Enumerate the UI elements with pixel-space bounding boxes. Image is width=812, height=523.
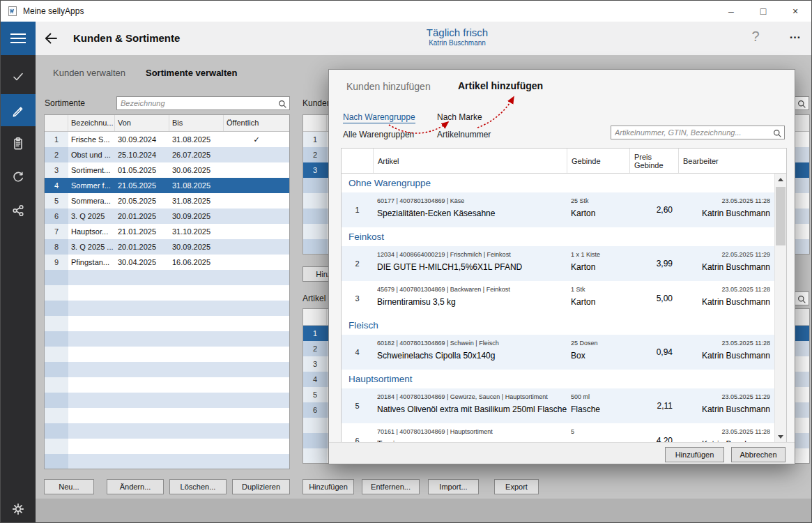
article-row[interactable]: 460182 | 4007801304869 | Schwein | Fleis… bbox=[342, 335, 774, 370]
sortimente-table-header: Bezeichnu... Von Bis Öffentlich bbox=[45, 115, 289, 132]
empty-row[interactable] bbox=[45, 454, 289, 469]
cell-bis bbox=[169, 377, 224, 393]
back-button[interactable] bbox=[43, 30, 61, 48]
cell-bezeichnung bbox=[68, 393, 115, 408]
article-row[interactable]: 212034 | 4008664000219 | Frischmilch | F… bbox=[342, 246, 774, 281]
col-bearbeiter[interactable]: Bearbeiter bbox=[678, 149, 776, 173]
cell-bezeichnung: Hauptsor... bbox=[68, 224, 115, 239]
sortimente-row[interactable]: 5Sommera...20.05.202531.08.2025 bbox=[45, 193, 289, 209]
dialog-table-scrollbar[interactable] bbox=[774, 174, 786, 443]
nav-share-item[interactable] bbox=[1, 195, 36, 227]
empty-row[interactable] bbox=[45, 270, 289, 285]
cell-oeffentlich bbox=[224, 331, 289, 347]
menu-button[interactable] bbox=[1, 22, 36, 55]
article-row[interactable]: 520184 | 4007801304869 | Gewürze, Saucen… bbox=[342, 388, 774, 423]
scrollbar-thumb[interactable] bbox=[776, 187, 786, 245]
sortimente-row[interactable]: 7Hauptsor...21.01.202531.10.2025 bbox=[45, 224, 289, 239]
article-name: Spezialitäten-Ecken Käsesahne bbox=[377, 209, 567, 218]
dialog-tab-artikel-hinzufuegen[interactable]: Artikel hinzufügen bbox=[458, 80, 543, 91]
aendern-button[interactable]: Ändern... bbox=[107, 479, 164, 494]
empty-row[interactable] bbox=[45, 393, 289, 408]
filter-nach-marke[interactable]: Nach Marke bbox=[437, 112, 482, 122]
empty-row[interactable] bbox=[45, 377, 289, 393]
col-von[interactable]: Von bbox=[115, 115, 169, 131]
empty-row[interactable] bbox=[45, 316, 289, 331]
article-row[interactable]: 160177 | 4007801304869 | KäseSpezialität… bbox=[342, 192, 774, 227]
cell-von bbox=[115, 408, 169, 423]
nav-tasks-item[interactable] bbox=[1, 61, 36, 93]
empty-row[interactable] bbox=[45, 301, 289, 316]
tab-sortimente-verwalten[interactable]: Sortimente verwalten bbox=[146, 68, 238, 78]
row-number bbox=[45, 393, 68, 408]
close-button[interactable]: × bbox=[779, 1, 811, 22]
search-icon[interactable] bbox=[278, 99, 287, 108]
cell-bearbeiter: 22.05.2025 11:29Katrin Buschmann bbox=[678, 246, 774, 281]
cell-von bbox=[115, 439, 169, 454]
sortimente-row[interactable]: 3Sortiment...01.05.202530.06.2025 bbox=[45, 162, 289, 178]
tab-kunden-verwalten[interactable]: Kunden verwalten bbox=[53, 68, 125, 78]
empty-row[interactable] bbox=[45, 408, 289, 423]
artikel-export-button[interactable]: Export bbox=[494, 479, 539, 494]
empty-row[interactable] bbox=[45, 347, 289, 362]
more-button[interactable]: … bbox=[783, 28, 808, 42]
cell-bezeichnung bbox=[68, 270, 115, 285]
cell-preis: 0,94 bbox=[629, 335, 678, 370]
empty-row[interactable] bbox=[45, 439, 289, 454]
row-number: 6 bbox=[45, 209, 68, 224]
sortimente-row[interactable]: 9Pfingstan...30.04.202516.06.2025 bbox=[45, 255, 289, 270]
duplizieren-button[interactable]: Duplizieren bbox=[232, 479, 290, 494]
warengruppe-dropdown[interactable]: Alle Warengruppen bbox=[343, 130, 414, 139]
sortimente-row[interactable]: 63. Q 202520.01.202530.09.2025 bbox=[45, 209, 289, 224]
sortimente-row[interactable]: 1Frische S...30.09.202431.08.2025✓ bbox=[45, 132, 289, 147]
empty-row[interactable] bbox=[45, 285, 289, 301]
nav-sync-item[interactable] bbox=[1, 161, 36, 193]
warengruppe-header: Feinkost bbox=[342, 227, 774, 246]
search-icon[interactable] bbox=[797, 294, 806, 303]
empty-row[interactable] bbox=[45, 331, 289, 347]
cell-gebinde: 25 DosenBox bbox=[567, 335, 629, 370]
sortimente-row[interactable]: 2Obst und ...25.10.202426.07.2025 bbox=[45, 147, 289, 162]
dialog-abbrechen-button[interactable]: Abbrechen bbox=[731, 447, 786, 462]
scroll-down-icon[interactable] bbox=[775, 431, 786, 443]
col-bis[interactable]: Bis bbox=[169, 115, 224, 131]
col-artikel[interactable]: Artikel bbox=[373, 149, 567, 173]
loeschen-button[interactable]: Löschen... bbox=[169, 479, 227, 494]
dialog-footer bbox=[329, 442, 795, 464]
filter-nach-warengruppe[interactable]: Nach Warengruppe bbox=[343, 112, 415, 123]
scroll-up-icon[interactable] bbox=[775, 174, 786, 185]
nav-kunden-sortimente-item[interactable] bbox=[1, 94, 36, 126]
cell-artikel: 60182 | 4007801304869 | Schwein | Fleisc… bbox=[373, 335, 567, 370]
settings-button[interactable] bbox=[1, 493, 36, 523]
artikel-import-button[interactable]: Import... bbox=[428, 479, 479, 494]
col-preis-gebinde[interactable]: Preis Gebinde bbox=[629, 149, 678, 173]
article-row[interactable]: 670161 | 4007801304869 | HauptsortimentT… bbox=[342, 423, 774, 443]
empty-row[interactable] bbox=[45, 423, 289, 439]
cell-bezeichnung bbox=[68, 285, 115, 301]
col-gebinde[interactable]: Gebinde bbox=[567, 149, 629, 173]
context-title[interactable]: Täglich frisch bbox=[381, 26, 534, 38]
sortimente-row[interactable]: 83. Q 2025 ...20.01.202530.09.2025 bbox=[45, 239, 289, 255]
empty-row[interactable] bbox=[45, 362, 289, 377]
artikel-entfernen-button[interactable]: Entfernen... bbox=[362, 479, 420, 494]
col-oeffentlich[interactable]: Öffentlich bbox=[224, 115, 289, 131]
maximize-button[interactable]: □ bbox=[747, 1, 779, 22]
nav-clipboard-item[interactable] bbox=[1, 128, 36, 160]
minimize-button[interactable]: – bbox=[715, 1, 747, 22]
artikel-hinzufuegen-button[interactable]: Hinzufügen bbox=[302, 479, 354, 494]
dialog-hinzufuegen-button[interactable]: Hinzufügen bbox=[665, 447, 724, 462]
sortimente-search-input[interactable] bbox=[117, 97, 289, 109]
col-bezeichnung[interactable]: Bezeichnu... bbox=[68, 115, 115, 131]
dialog-tab-kunden-hinzufuegen[interactable]: Kunden hinzufügen bbox=[346, 81, 431, 92]
help-button[interactable]: ? bbox=[745, 29, 766, 45]
dialog-search-input[interactable] bbox=[611, 126, 784, 139]
cell-bis: 26.07.2025 bbox=[169, 147, 224, 162]
article-row[interactable]: 345679 | 4007801304869 | Backwaren | Fei… bbox=[342, 281, 774, 316]
cell-oeffentlich bbox=[224, 147, 289, 162]
gebinde-einheit: Flasche bbox=[571, 404, 629, 414]
sortimente-row[interactable]: 4Sommer f...21.05.202531.08.2025 bbox=[45, 178, 289, 193]
search-icon[interactable] bbox=[773, 128, 782, 137]
cell-von: 20.01.2025 bbox=[115, 209, 169, 224]
neu-button[interactable]: Neu... bbox=[44, 479, 94, 494]
search-icon[interactable] bbox=[797, 99, 806, 108]
artikelnummer-label[interactable]: Artikelnummer bbox=[437, 130, 491, 139]
